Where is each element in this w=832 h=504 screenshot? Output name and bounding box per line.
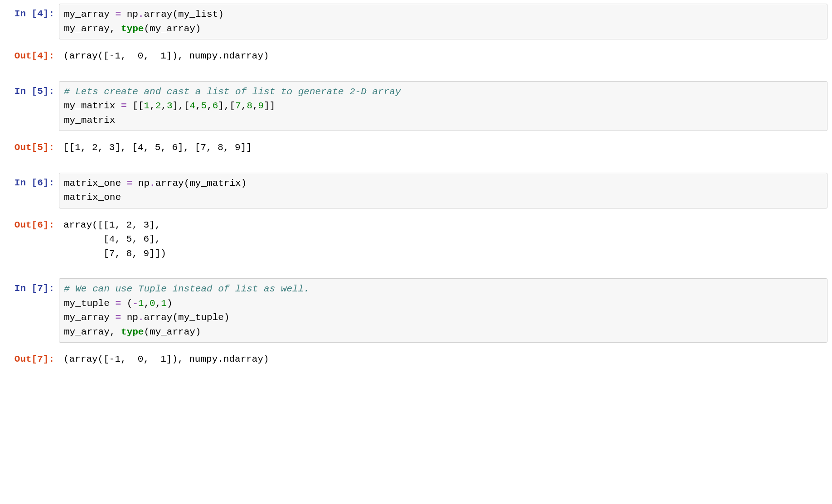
in-prompt-6: In [6]: xyxy=(5,173,59,208)
code-line: my_array = np.array(my_tuple) xyxy=(64,310,822,325)
code-line: my_array = np.array(my_list) xyxy=(64,7,822,22)
output-text: [7, 8, 9]]) xyxy=(63,247,823,261)
output-area-4: (array([-1, 0, 1]), numpy.ndarray) xyxy=(59,46,827,67)
output-text: (array([-1, 0, 1]), numpy.ndarray) xyxy=(63,352,823,367)
output-area-7: (array([-1, 0, 1]), numpy.ndarray) xyxy=(59,349,827,370)
input-cell-5[interactable]: In [5]: # Lets create and cast a list of… xyxy=(5,81,827,131)
in-prompt-7: In [7]: xyxy=(5,278,59,343)
out-prompt-4: Out[4]: xyxy=(5,46,59,67)
out-prompt-7: Out[7]: xyxy=(5,349,59,370)
code-area-6[interactable]: matrix_one = np.array(my_matrix) matrix_… xyxy=(59,173,827,208)
output-cell-5: Out[5]: [[1, 2, 3], [4, 5, 6], [7, 8, 9]… xyxy=(5,137,827,158)
input-cell-7[interactable]: In [7]: # We can use Tuple instead of li… xyxy=(5,278,827,343)
out-prompt-5: Out[5]: xyxy=(5,137,59,158)
input-cell-6[interactable]: In [6]: matrix_one = np.array(my_matrix)… xyxy=(5,173,827,208)
code-line: my_matrix xyxy=(64,113,822,128)
input-cell-4[interactable]: In [4]: my_array = np.array(my_list) my_… xyxy=(5,4,827,39)
code-line: # Lets create and cast a list of list to… xyxy=(64,85,822,99)
output-text: array([[1, 2, 3], xyxy=(63,218,823,233)
code-line: matrix_one xyxy=(64,190,822,205)
code-line: matrix_one = np.array(my_matrix) xyxy=(64,176,822,191)
out-prompt-6: Out[6]: xyxy=(5,215,59,264)
code-line: # We can use Tuple instead of list as we… xyxy=(64,282,822,296)
code-line: my_matrix = [[1,2,3],[4,5,6],[7,8,9]] xyxy=(64,99,822,113)
output-cell-7: Out[7]: (array([-1, 0, 1]), numpy.ndarra… xyxy=(5,349,827,370)
code-area-4[interactable]: my_array = np.array(my_list) my_array, t… xyxy=(59,4,827,39)
output-cell-6: Out[6]: array([[1, 2, 3], [4, 5, 6], [7,… xyxy=(5,215,827,264)
output-text: [4, 5, 6], xyxy=(63,232,823,247)
output-area-5: [[1, 2, 3], [4, 5, 6], [7, 8, 9]] xyxy=(59,137,827,158)
in-prompt-5: In [5]: xyxy=(5,81,59,131)
output-text: (array([-1, 0, 1]), numpy.ndarray) xyxy=(63,49,823,63)
code-line: my_array, type(my_array) xyxy=(64,22,822,36)
code-line: my_tuple = (-1,0,1) xyxy=(64,296,822,311)
code-area-7[interactable]: # We can use Tuple instead of list as we… xyxy=(59,278,827,343)
output-text: [[1, 2, 3], [4, 5, 6], [7, 8, 9]] xyxy=(63,141,823,155)
output-cell-4: Out[4]: (array([-1, 0, 1]), numpy.ndarra… xyxy=(5,46,827,67)
code-area-5[interactable]: # Lets create and cast a list of list to… xyxy=(59,81,827,131)
code-line: my_array, type(my_array) xyxy=(64,325,822,339)
in-prompt-4: In [4]: xyxy=(5,4,59,39)
output-area-6: array([[1, 2, 3], [4, 5, 6], [7, 8, 9]]) xyxy=(59,215,827,264)
